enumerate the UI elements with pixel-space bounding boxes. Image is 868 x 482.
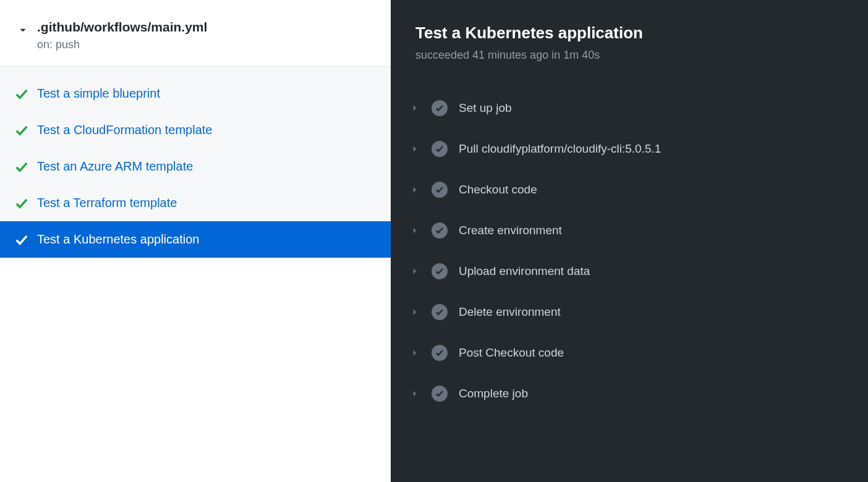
chevron-right-icon (409, 307, 420, 318)
job-title: Test a Kubernetes application (415, 23, 843, 43)
job-status: succeeded 41 minutes ago in 1m 40s (415, 49, 843, 62)
check-circle-icon (432, 182, 448, 198)
job-list: Test a simple blueprint Test a CloudForm… (0, 67, 391, 258)
check-icon (15, 233, 28, 247)
job-label: Test a Kubernetes application (37, 232, 199, 246)
check-circle-icon (432, 141, 448, 157)
job-label: Test a Terraform template (37, 196, 177, 209)
step-label: Set up job (459, 101, 512, 115)
check-circle-icon (432, 263, 448, 279)
step-label: Checkout code (459, 183, 537, 197)
check-circle-icon (432, 100, 448, 116)
check-icon (15, 124, 28, 137)
chevron-right-icon (409, 225, 420, 236)
chevron-right-icon (409, 347, 420, 358)
job-label: Test an Azure ARM template (37, 159, 193, 173)
step-item-pull[interactable]: Pull cloudifyplatform/cloudify-cli:5.0.5… (409, 129, 868, 169)
job-item-blueprint[interactable]: Test a simple blueprint (0, 75, 391, 112)
job-item-cloudformation[interactable]: Test a CloudFormation template (0, 112, 391, 148)
step-label: Create environment (459, 224, 562, 237)
job-item-azure-arm[interactable]: Test an Azure ARM template (0, 148, 391, 185)
main-panel: Test a Kubernetes application succeeded … (391, 0, 868, 482)
check-icon (15, 87, 28, 101)
workflow-trigger: on: push (37, 38, 376, 51)
chevron-right-icon (409, 388, 420, 399)
step-label: Complete job (459, 387, 528, 400)
job-label: Test a simple blueprint (37, 87, 160, 100)
chevron-right-icon (409, 103, 420, 114)
step-item-delete-env[interactable]: Delete environment (409, 292, 868, 332)
main-header: Test a Kubernetes application succeeded … (391, 23, 868, 75)
check-icon (15, 160, 28, 174)
job-label: Test a CloudFormation template (37, 123, 212, 137)
step-label: Delete environment (459, 305, 561, 319)
job-item-kubernetes[interactable]: Test a Kubernetes application (0, 221, 391, 258)
step-item-upload[interactable]: Upload environment data (409, 251, 868, 292)
workflow-header: .github/workflows/main.yml on: push (0, 0, 391, 67)
step-label: Upload environment data (459, 264, 590, 278)
step-item-create-env[interactable]: Create environment (409, 210, 868, 251)
step-item-complete[interactable]: Complete job (409, 373, 868, 414)
workflow-title: .github/workflows/main.yml (37, 20, 376, 35)
chevron-right-icon (409, 184, 420, 195)
chevron-down-icon[interactable] (17, 25, 28, 36)
step-item-setup[interactable]: Set up job (409, 88, 868, 129)
chevron-right-icon (409, 266, 420, 277)
check-icon (15, 197, 28, 210)
step-label: Pull cloudifyplatform/cloudify-cli:5.0.5… (459, 142, 661, 156)
step-label: Post Checkout code (459, 346, 564, 360)
check-circle-icon (432, 304, 448, 320)
steps-list: Set up job Pull cloudifyplatform/cloudif… (391, 75, 868, 414)
check-circle-icon (432, 222, 448, 239)
step-item-post-checkout[interactable]: Post Checkout code (409, 332, 868, 373)
step-item-checkout[interactable]: Checkout code (409, 169, 868, 210)
check-circle-icon (432, 386, 448, 402)
chevron-right-icon (409, 143, 420, 154)
job-item-terraform[interactable]: Test a Terraform template (0, 185, 391, 221)
check-circle-icon (432, 345, 448, 361)
sidebar: .github/workflows/main.yml on: push Test… (0, 0, 391, 482)
